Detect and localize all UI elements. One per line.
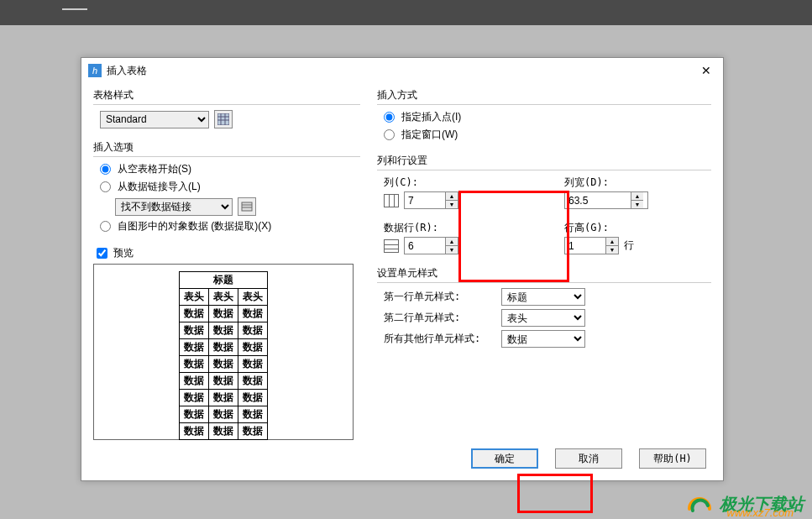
first-row-style-select[interactable]: 标题: [501, 288, 585, 306]
rows-label: 数据行(R):: [384, 221, 531, 235]
opt-blank-radio[interactable]: 从空表格开始(S): [100, 162, 360, 176]
table-style-label: 表格样式: [93, 88, 360, 102]
close-icon[interactable]: ✕: [696, 64, 716, 77]
data-link-select[interactable]: 找不到数据链接: [115, 198, 233, 216]
opt-insert-window-radio[interactable]: 指定窗口(W): [384, 128, 711, 142]
dialog-title: 插入表格: [107, 64, 696, 78]
data-link-browse-icon[interactable]: [238, 197, 256, 216]
col-width-input[interactable]: [565, 192, 631, 208]
col-row-label: 列和行设置: [377, 154, 711, 168]
rows-up[interactable]: ▲: [446, 238, 458, 246]
table-style-launch-icon[interactable]: [214, 110, 233, 128]
opt-link-radio[interactable]: 从数据链接导入(L): [100, 180, 360, 194]
rows-input[interactable]: [405, 238, 445, 254]
svg-rect-5: [242, 202, 252, 211]
preview-label: 预览: [113, 246, 134, 260]
row-height-input[interactable]: [565, 238, 605, 254]
row-height-up[interactable]: ▲: [606, 238, 618, 246]
ok-button[interactable]: 确定: [471, 448, 538, 469]
columns-icon: [384, 194, 399, 207]
row-height-unit: 行: [624, 239, 634, 253]
opt-extract-radio[interactable]: 自图形中的对象数据 (数据提取)(X): [100, 219, 360, 233]
columns-label: 列(C):: [384, 176, 531, 190]
other-rows-style-label: 所有其他行单元样式:: [384, 332, 493, 346]
dialog-buttons: 确定 取消 帮助(H): [471, 448, 706, 469]
preview-box: 标题 表头 表头 表头 数据数据数据 数据数据数据 数据数据数据 数据数据数据 …: [93, 264, 354, 440]
other-rows-style-select[interactable]: 数据: [501, 330, 585, 348]
rows-spinner[interactable]: ▲▼: [404, 237, 458, 254]
opt-insert-point-radio[interactable]: 指定插入点(I): [384, 110, 711, 124]
table-style-select[interactable]: Standard: [100, 111, 209, 128]
col-width-spinner[interactable]: ▲▼: [564, 191, 648, 209]
row-height-down[interactable]: ▼: [606, 246, 618, 254]
col-width-down[interactable]: ▼: [631, 201, 643, 208]
opt-link-label: 从数据链接导入(L): [118, 180, 201, 194]
columns-down[interactable]: ▼: [446, 201, 458, 208]
second-row-style-select[interactable]: 表头: [501, 309, 585, 327]
preview-table: 标题 表头 表头 表头 数据数据数据 数据数据数据 数据数据数据 数据数据数据 …: [179, 271, 268, 440]
titlebar: h 插入表格 ✕: [81, 58, 723, 83]
col-width-label: 列宽(D):: [564, 176, 711, 190]
preview-checkbox[interactable]: 预览: [93, 245, 360, 261]
opt-insert-window-label: 指定窗口(W): [401, 128, 458, 142]
columns-up[interactable]: ▲: [446, 192, 458, 201]
watermark: 极光下载站 www.xz7.com: [684, 492, 804, 516]
watermark-logo-icon: [684, 492, 715, 516]
insert-options-label: 插入选项: [93, 140, 360, 155]
cell-style-label: 设置单元样式: [377, 266, 711, 280]
second-row-style-label: 第二行单元样式:: [384, 311, 493, 325]
columns-spinner[interactable]: ▲▼: [404, 191, 458, 209]
columns-input[interactable]: [405, 192, 445, 208]
opt-extract-label: 自图形中的对象数据 (数据提取)(X): [118, 219, 271, 233]
help-button[interactable]: 帮助(H): [639, 448, 706, 469]
row-height-spinner[interactable]: ▲▼: [564, 237, 619, 254]
cancel-button[interactable]: 取消: [555, 448, 622, 469]
row-height-label: 行高(G):: [564, 221, 711, 235]
watermark-url: www.xz7.com: [727, 506, 794, 519]
col-width-up[interactable]: ▲: [631, 192, 643, 201]
rows-icon: [384, 239, 399, 253]
rows-down[interactable]: ▼: [446, 246, 458, 254]
app-icon: h: [88, 64, 102, 77]
first-row-style-label: 第一行单元样式:: [384, 290, 493, 304]
opt-blank-label: 从空表格开始(S): [118, 162, 191, 176]
insert-method-label: 插入方式: [377, 88, 711, 102]
svg-rect-0: [217, 113, 229, 125]
opt-insert-point-label: 指定插入点(I): [401, 110, 461, 124]
insert-table-dialog: h 插入表格 ✕ 表格样式 Standard 插入选项: [81, 57, 724, 481]
